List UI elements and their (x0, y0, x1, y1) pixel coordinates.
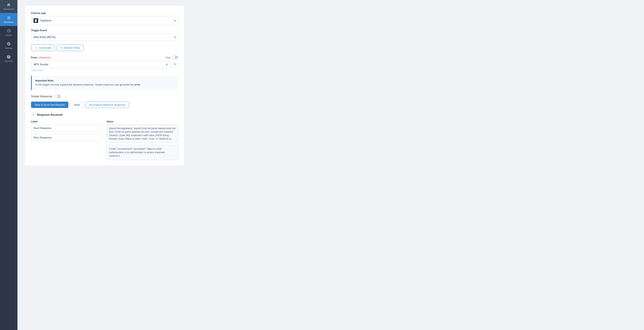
note-period: . (141, 83, 142, 86)
value-column: Value {&quot;message&quot;: &quot;Could … (106, 120, 178, 160)
form-select[interactable]: NPS Survey (31, 61, 170, 68)
sidebar-item-settings[interactable]: Settings (0, 39, 18, 52)
res1-value: {"code":"unauthorized","description":"fa… (106, 145, 178, 160)
sidebar-history-label: History (6, 34, 12, 36)
choose-app-label: Choose App (31, 12, 178, 15)
connected-button[interactable]: ⚡ Connected (31, 45, 55, 51)
note-error-text: error (134, 83, 140, 86)
trigger-event-select[interactable]: New Entry (BETA) (31, 34, 178, 41)
sidebar-item-workflows[interactable]: Workflows (0, 13, 18, 26)
important-note: Important Note: In this trigger we only … (31, 76, 178, 90)
recapture-button[interactable]: Re-Capture Webhook Response (86, 102, 129, 108)
map-label: Map (166, 56, 170, 59)
workflows-icon (6, 16, 11, 20)
response-grid: Label Value {&quot;message&quot;: &quot;… (31, 120, 178, 160)
res2-value: {&quot;message&quot;: &quot;Could not pa… (106, 125, 178, 143)
sidebar: Dashboard Workflows History Settings Get… (0, 0, 18, 330)
save-button[interactable]: Save (70, 102, 84, 108)
main-content: Choose App Typeform ▾ Trigger Event New … (18, 0, 644, 330)
label-column: Label (31, 120, 103, 160)
sidebar-settings-label: Settings (5, 47, 12, 49)
response-section: ▾ Response Received Label Value {&quot (31, 113, 178, 160)
sidebar-item-history[interactable]: History (0, 26, 18, 39)
simple-response-label: Simple Response (31, 95, 52, 98)
sidebar-dashboard-label: Dashboard (4, 8, 14, 10)
trigger-event-label: Trigger Event (31, 29, 178, 32)
app-name-text: Typeform (40, 19, 174, 22)
settings-icon (6, 42, 11, 46)
note-title: Important Note: (35, 79, 54, 82)
value-col-header: Value (106, 120, 178, 123)
form-label: Form (Required) (31, 56, 51, 59)
response-collapse-icon[interactable]: ▾ (31, 113, 35, 117)
connected-icon: ⚡ (35, 46, 38, 49)
choose-app-group: Choose App Typeform ▾ (31, 12, 178, 25)
form-dropdown[interactable]: NPS Survey ▾ (31, 61, 170, 68)
simple-response-toggle[interactable] (55, 95, 61, 98)
workflow-config-card: Choose App Typeform ▾ Trigger Event New … (25, 6, 184, 166)
help-icon (6, 55, 11, 59)
response-header: ▾ Response Received (31, 113, 178, 117)
simple-response-row: Simple Response (31, 95, 178, 98)
form-row-header: Form (Required) Map (31, 56, 178, 59)
sidebar-help-label: Get Help (4, 60, 13, 62)
sidebar-item-help[interactable]: Get Help (0, 52, 18, 65)
refresh-icon: ↻ (60, 46, 62, 49)
form-hint: Select form (31, 69, 178, 72)
sidebar-workflows-label: Workflows (4, 21, 14, 23)
trigger-event-group: Trigger Event New Entry (BETA) ▾ (31, 29, 178, 41)
typeform-icon (34, 18, 38, 23)
sidebar-item-dashboard[interactable]: Dashboard (0, 0, 18, 13)
trigger-event-selector[interactable]: New Entry (BETA) ▾ (31, 33, 178, 41)
form-refresh-icon: ↻ (174, 63, 176, 66)
note-body-text: In this trigger we only support the adva… (35, 83, 134, 86)
form-select-row: NPS Survey ▾ ↻ (31, 61, 178, 68)
map-toggle-row: Map (166, 56, 178, 59)
map-toggle-switch[interactable] (172, 56, 178, 59)
res2-label-input[interactable] (31, 125, 103, 132)
form-select-group: Form (Required) Map NPS Survey ▾ ↻ (31, 56, 178, 72)
label-col-header: Label (31, 120, 103, 123)
form-refresh-button[interactable]: ↻ (171, 61, 178, 68)
res1-label-input[interactable] (31, 134, 103, 141)
home-icon (6, 3, 11, 7)
action-buttons: Save & Send Test Request Save Re-Capture… (31, 102, 178, 108)
response-received-label: Response Received (37, 113, 62, 116)
app-chevron-icon: ▾ (174, 19, 176, 23)
history-icon (6, 29, 11, 33)
connection-buttons: ⚡ Connected ↻ Refresh Fields (31, 45, 178, 51)
app-selector[interactable]: Typeform ▾ (31, 16, 178, 25)
required-badge: (Required) (39, 56, 50, 59)
save-test-button[interactable]: Save & Send Test Request (31, 102, 68, 108)
refresh-fields-button[interactable]: ↻ Refresh Fields (57, 45, 84, 51)
